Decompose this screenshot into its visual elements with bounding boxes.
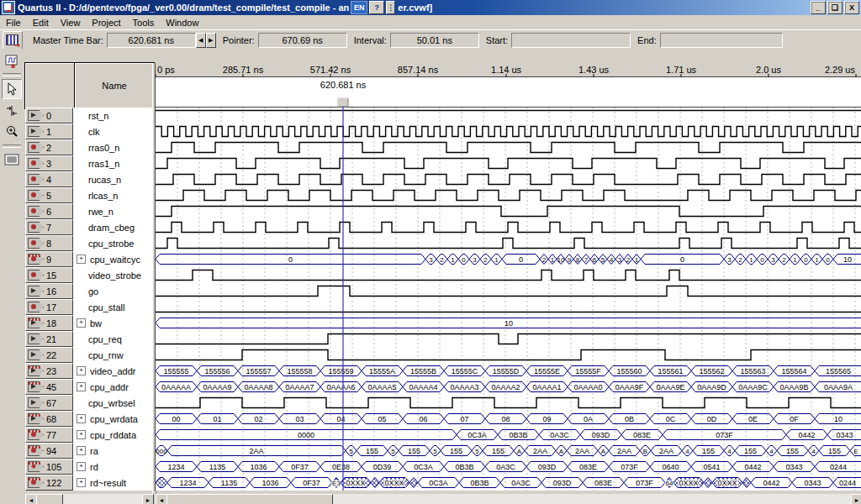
wave-horizontal-scrollbar[interactable]: ◄ ► [156, 494, 861, 504]
signal-row-rras1_n[interactable]: 3rras1_n [25, 155, 152, 171]
zoom-tool-icon[interactable] [3, 123, 21, 141]
signal-row-ra[interactable]: 94+ra [25, 443, 152, 459]
signal-name-cell[interactable]: +ra [73, 443, 152, 459]
wave-scroll-thumb[interactable] [166, 494, 333, 504]
names-scroll-thumb[interactable] [36, 494, 63, 504]
signal-number-cell[interactable]: 8 [25, 235, 73, 251]
waveform-editor-icon[interactable] [3, 31, 23, 50]
quartus-app-icon[interactable] [2, 1, 15, 14]
signal-row-rwe_n[interactable]: 6rwe_n [25, 203, 152, 219]
menu-edit[interactable]: Edit [27, 17, 55, 29]
expand-plus-icon[interactable]: + [77, 382, 86, 391]
signal-number-cell[interactable]: 94 [25, 443, 73, 459]
wave-row-cpu_waitcyc[interactable]: 03210321021109876543210321032101010 [156, 255, 861, 265]
signal-row-rlcas_n[interactable]: 5rlcas_n [25, 187, 152, 203]
wave-row-cpu_req[interactable] [156, 334, 861, 344]
start-field[interactable] [511, 33, 631, 48]
signal-row-clk[interactable]: 1clk [25, 123, 152, 139]
wave-row-cpu_rnw[interactable] [156, 350, 861, 360]
expand-plus-icon[interactable]: + [77, 478, 86, 487]
menu-view[interactable]: View [55, 17, 87, 29]
master-time-left-arrow[interactable]: ◀ [196, 33, 206, 48]
wave-row-rras0_n[interactable] [156, 143, 861, 153]
expand-plus-icon[interactable]: + [77, 430, 86, 439]
signal-row-rd~result[interactable]: 122+rd~result [25, 475, 152, 491]
menu-tools[interactable]: Tools [127, 17, 161, 29]
signal-name-cell[interactable]: +bw [73, 315, 152, 331]
signal-name-cell[interactable]: cpu_strobe [73, 235, 152, 251]
signal-number-cell[interactable]: 17 [25, 299, 73, 315]
expand-plus-icon[interactable]: + [77, 255, 86, 264]
wave-row-rras1_n[interactable] [156, 159, 861, 169]
signal-row-bw[interactable]: 18+bw [25, 315, 152, 331]
signal-name-cell[interactable]: rst_n [73, 108, 152, 123]
signal-row-cpu_strobe[interactable]: 8cpu_strobe [25, 235, 152, 251]
signal-row-rst_n[interactable]: 0rst_n [25, 108, 152, 123]
signal-number-cell[interactable]: 5 [25, 187, 73, 203]
wave-row-ra[interactable]: 0002AA5155515551555155A2AAA2AAA2AAB2AA41… [156, 446, 861, 456]
wave-row-video_strobe[interactable] [156, 270, 861, 281]
close-button[interactable]: X [844, 1, 859, 14]
signal-number-cell[interactable]: 0 [25, 108, 73, 123]
signal-row-rras0_n[interactable]: 2rras0_n [25, 139, 152, 155]
signal-number-cell[interactable]: 4 [25, 171, 73, 187]
signal-name-cell[interactable]: clk [73, 123, 152, 139]
signal-name-cell[interactable]: +cpu_addr [73, 379, 152, 395]
signal-row-cpu_rddata[interactable]: 77+cpu_rddata [25, 427, 152, 443]
master-time-cursor-handle[interactable] [338, 98, 348, 107]
scroll-right-arrow[interactable]: ► [142, 494, 154, 504]
signal-name-cell[interactable]: +video_addr [73, 363, 152, 379]
signal-row-cpu_stall[interactable]: 17cpu_stall [25, 299, 152, 315]
expand-plus-icon[interactable]: + [77, 414, 86, 423]
wave-row-cpu_wrbsel[interactable] [156, 398, 861, 408]
signal-number-cell[interactable]: 45 [25, 379, 73, 395]
signal-row-dram_cbeg[interactable]: 7dram_cbeg [25, 219, 152, 235]
signal-name-cell[interactable]: rwe_n [73, 203, 152, 219]
expand-plus-icon[interactable]: + [77, 318, 86, 328]
wave-row-cpu_addr[interactable]: 0AAAAA0AAAA90AAAA80AAAA70AAAA60AAAA50AAA… [156, 382, 861, 392]
signal-name-cell[interactable]: +cpu_waitcyc [73, 251, 152, 267]
scroll-left-arrow[interactable]: ◄ [156, 494, 167, 504]
signal-number-cell[interactable]: 23 [25, 363, 73, 379]
signal-name-cell[interactable]: video_strobe [73, 267, 152, 283]
wave-row-clk[interactable] [156, 127, 861, 137]
signal-number-cell[interactable]: 18 [25, 315, 73, 331]
signal-name-cell[interactable]: go [73, 283, 152, 299]
signal-name-cell[interactable]: dram_cbeg [73, 219, 152, 235]
waveform-panel[interactable]: 0 ps285.71 ns571.42 ns857.14 ns1.14 us1.… [155, 63, 861, 491]
wave-row-bw[interactable]: 10 [156, 318, 861, 328]
restore-button[interactable]: ❏ [827, 1, 843, 14]
waveform-editor-icon[interactable] [3, 51, 21, 70]
signal-number-cell[interactable]: 9 [25, 251, 73, 267]
names-horizontal-scrollbar[interactable]: ◄ ► [25, 494, 152, 504]
title-bar[interactable]: Quartus II - D:/d/pentevo/fpga/_ver0.00/… [0, 0, 861, 15]
signal-number-cell[interactable]: 6 [25, 203, 73, 219]
signal-name-cell[interactable]: rras1_n [73, 155, 152, 171]
help-icon[interactable]: ? [369, 1, 384, 14]
wave-row-dram_cbeg[interactable] [156, 223, 861, 233]
signal-name-cell[interactable]: cpu_wrbsel [73, 395, 152, 411]
scroll-right-arrow[interactable]: ► [851, 494, 861, 504]
language-indicator[interactable]: EN [351, 1, 367, 14]
signal-number-cell[interactable]: 2 [25, 139, 73, 155]
signal-name-cell[interactable]: +cpu_wrdata [73, 411, 152, 427]
master-time-bar-field[interactable]: 620.681 ns [107, 33, 196, 48]
signal-row-cpu_addr[interactable]: 45+cpu_addr [25, 379, 152, 395]
signal-name-cell[interactable]: rlcas_n [73, 187, 152, 203]
signal-name-cell[interactable]: +cpu_rddata [73, 427, 152, 443]
signal-number-cell[interactable]: 15 [25, 267, 73, 283]
signal-row-cpu_waitcyc[interactable]: 9+cpu_waitcyc [25, 251, 152, 267]
expand-plus-icon[interactable]: + [77, 446, 86, 455]
signal-row-cpu_rnw[interactable]: 22cpu_rnw [25, 347, 152, 363]
signal-name-cell[interactable]: rras0_n [73, 139, 152, 155]
signal-number-cell[interactable]: 22 [25, 347, 73, 363]
langbar-options-icon[interactable]: ⋮ [386, 1, 395, 14]
signal-row-cpu_wrdata[interactable]: 68+cpu_wrdata [25, 411, 152, 427]
signal-row-video_addr[interactable]: 23+video_addr [25, 363, 152, 379]
menu-file[interactable]: File [0, 17, 27, 29]
signal-name-cell[interactable]: cpu_rnw [73, 347, 152, 363]
wave-row-rwe_n[interactable] [156, 207, 861, 217]
scroll-left-arrow[interactable]: ◄ [25, 494, 37, 504]
signal-number-cell[interactable]: 122 [25, 475, 73, 491]
signal-name-cell[interactable]: rucas_n [73, 171, 152, 187]
